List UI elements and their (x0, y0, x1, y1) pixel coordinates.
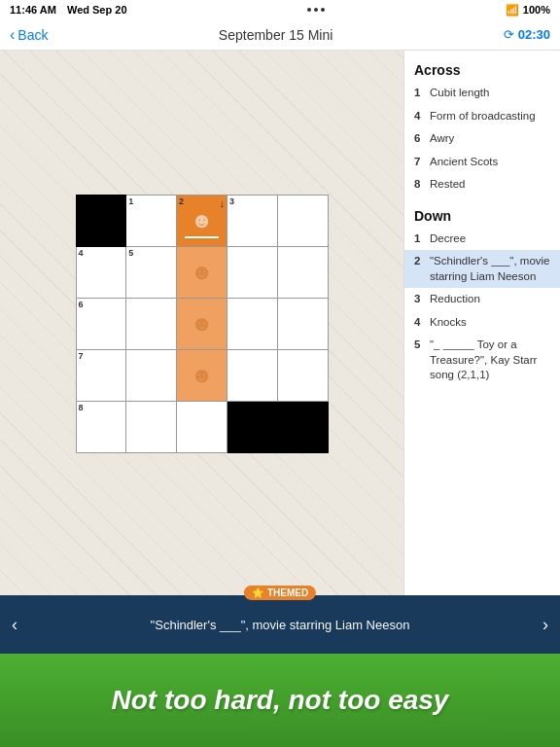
across-clue-1[interactable]: 1 Cubit length (404, 82, 560, 105)
clue-text-d4: Knocks (430, 315, 550, 331)
clue-text-d5: "_ _____ Toy or a Treasure?", Kay Starr … (430, 338, 550, 383)
clues-panel: Across 1 Cubit length 4 Form of broadcas… (403, 51, 560, 595)
star-icon: ⭐ (252, 587, 263, 598)
cell-5-3[interactable] (177, 401, 228, 452)
cell-2-2[interactable]: 5 (126, 246, 177, 298)
cell-number-7: 7 (79, 352, 84, 361)
cell-4-3[interactable]: ☻ (177, 349, 228, 401)
cell-3-3[interactable]: ☻ (177, 298, 228, 349)
across-clue-6[interactable]: 6 Awry (404, 127, 560, 151)
down-section-title: Down (404, 204, 560, 228)
cell-2-5[interactable] (277, 246, 328, 298)
back-label: Back (18, 27, 48, 43)
cell-1-5[interactable] (277, 195, 328, 246)
down-clue-5[interactable]: 5 "_ _____ Toy or a Treasure?", Kay Star… (404, 334, 560, 387)
grid-row-2: 4 5 ☻ (76, 246, 328, 298)
cell-3-1[interactable]: 6 (76, 298, 126, 349)
cell-number-8: 8 (79, 404, 84, 412)
cell-2-1[interactable]: 4 (76, 246, 126, 298)
timer-icon: ⟳ (504, 27, 514, 42)
clue-text-d2: "Schindler's ___", movie starring Liam N… (430, 254, 550, 284)
cell-4-2[interactable] (126, 349, 177, 401)
clue-text-a7: Ancient Scots (430, 155, 550, 170)
smile-icon-2: ☻ (177, 247, 227, 298)
clue-num-d5: 5 (414, 338, 426, 383)
battery-label: 100% (523, 4, 550, 16)
clue-num-d4: 4 (414, 315, 426, 331)
grid-table: 1 2 ↓ ☻ 3 (76, 195, 329, 453)
status-dot-2 (314, 8, 318, 12)
clue-text-d1: Decree (430, 231, 550, 247)
cell-1-4[interactable]: 3 (227, 195, 277, 246)
cell-5-2[interactable] (126, 401, 177, 452)
cell-1-2[interactable]: 1 (126, 195, 177, 246)
status-date: Wed Sep 20 (67, 4, 127, 16)
cell-5-4 (227, 401, 277, 452)
status-dot-3 (321, 8, 325, 12)
clues-divider (404, 196, 560, 204)
clue-text-a1: Cubit length (430, 86, 550, 101)
clue-text-a4: Form of broadcasting (430, 109, 550, 124)
clue-num-d2: 2 (414, 254, 426, 284)
status-bar: 11:46 AM Wed Sep 20 📶 100% (0, 0, 560, 19)
main-content: 1 2 ↓ ☻ 3 (0, 51, 560, 595)
wifi-icon: 📶 (506, 4, 519, 17)
across-clue-7[interactable]: 7 Ancient Scots (404, 151, 560, 174)
cell-3-5[interactable] (277, 298, 328, 349)
cell-4-4[interactable] (227, 349, 277, 401)
smile-icon-4: ☻ (177, 350, 227, 401)
cell-number-5: 5 (128, 249, 133, 258)
grid-row-3: 6 ☻ (76, 298, 328, 349)
smile-icon-1: ☻ (177, 196, 227, 246)
clue-num-a6: 6 (414, 131, 426, 147)
cell-1-3[interactable]: 2 ↓ ☻ (177, 195, 228, 246)
clue-num-a8: 8 (414, 177, 426, 193)
smile-icon-3: ☻ (177, 299, 227, 349)
themed-badge: ⭐ THEMED (244, 586, 316, 600)
clue-num-a4: 4 (414, 109, 426, 124)
chevron-left-icon: ‹ (10, 26, 15, 44)
back-button[interactable]: ‹ Back (10, 26, 48, 44)
grid-row-5: 8 (76, 401, 328, 452)
cell-5-5 (277, 401, 328, 452)
green-banner: Not too hard, not too easy (0, 654, 560, 747)
clue-text-d3: Reduction (430, 292, 550, 307)
cell-4-1[interactable]: 7 (76, 349, 126, 401)
clue-text-a8: Rested (430, 177, 550, 193)
cell-1-1 (76, 195, 126, 246)
across-section-title: Across (404, 58, 560, 82)
clue-num-a1: 1 (414, 86, 426, 101)
grid-row-1: 1 2 ↓ ☻ 3 (76, 195, 328, 246)
down-clue-2[interactable]: 2 "Schindler's ___", movie starring Liam… (404, 250, 560, 288)
status-time: 11:46 AM (10, 4, 56, 16)
down-clue-1[interactable]: 1 Decree (404, 228, 560, 251)
nav-bar: ‹ Back September 15 Mini ⟳ 02:30 (0, 19, 560, 51)
next-clue-button[interactable]: › (542, 615, 548, 635)
down-clue-4[interactable]: 4 Knocks (404, 311, 560, 335)
clue-num-a7: 7 (414, 155, 426, 170)
across-clue-4[interactable]: 4 Form of broadcasting (404, 105, 560, 128)
bottom-bar: ⭐ THEMED ‹ "Schindler's ___", movie star… (0, 595, 560, 654)
across-clue-8[interactable]: 8 Rested (404, 173, 560, 196)
timer-display: ⟳ 02:30 (504, 27, 550, 42)
grid-row-4: 7 ☻ (76, 349, 328, 401)
cell-3-4[interactable] (227, 298, 277, 349)
cell-number-1: 1 (128, 197, 133, 206)
status-dot-1 (307, 8, 311, 12)
clue-num-d3: 3 (414, 292, 426, 307)
clue-num-d1: 1 (414, 231, 426, 247)
cell-number-4: 4 (79, 249, 84, 258)
bottom-clue-text: "Schindler's ___", movie starring Liam N… (18, 618, 542, 632)
clue-text-a6: Awry (430, 131, 550, 147)
down-clue-3[interactable]: 3 Reduction (404, 288, 560, 311)
cell-2-3[interactable]: ☻ (177, 246, 228, 298)
crossword-area: 1 2 ↓ ☻ 3 (0, 51, 403, 595)
timer-value: 02:30 (518, 27, 550, 42)
crossword-grid[interactable]: 1 2 ↓ ☻ 3 (76, 195, 329, 452)
banner-text: Not too hard, not too easy (112, 685, 449, 716)
cell-4-5[interactable] (277, 349, 328, 401)
cell-5-1[interactable]: 8 (76, 401, 126, 452)
cell-3-2[interactable] (126, 298, 177, 349)
cell-number-6: 6 (79, 301, 84, 309)
cell-2-4[interactable] (227, 246, 277, 298)
